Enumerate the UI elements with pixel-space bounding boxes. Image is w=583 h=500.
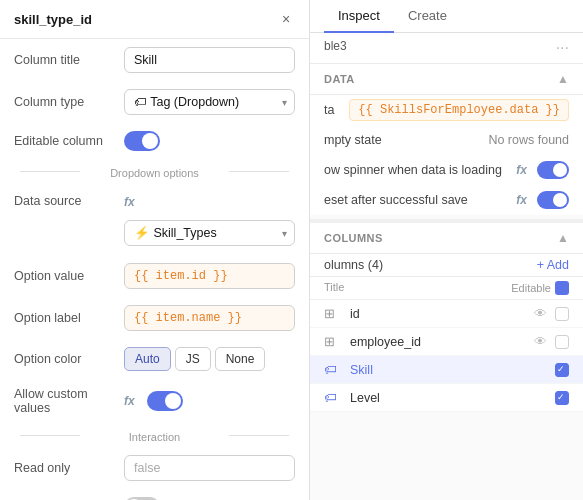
read-only-input[interactable]: [124, 455, 295, 481]
option-color-control: Auto JS None: [124, 347, 295, 371]
col-name-employee: employee_id: [350, 335, 509, 349]
data-section-header: DATA ▲: [310, 64, 583, 95]
dropdown-options-divider: Dropdown options: [0, 159, 309, 183]
data-value-row: ta {{ SkillsForEmployee.data }}: [310, 95, 583, 125]
right-panel: Inspect Create ble3 ··· DATA ▲ ta {{ Ski…: [310, 0, 583, 500]
option-value-input[interactable]: [124, 263, 295, 289]
allow-custom-fx-icon[interactable]: fx: [124, 394, 135, 408]
option-color-js-button[interactable]: JS: [175, 347, 211, 371]
checkbox-level[interactable]: [555, 391, 569, 405]
editable-column-control: [124, 131, 295, 151]
columns-section-title: COLUMNS: [324, 232, 383, 244]
table-row[interactable]: 🏷 Level: [310, 384, 583, 412]
table-row[interactable]: 🏷 Skill: [310, 356, 583, 384]
tab-create[interactable]: Create: [394, 0, 461, 33]
allow-custom-control: fx: [124, 391, 295, 411]
reset-after-fx-icon[interactable]: fx: [516, 193, 527, 207]
empty-state-label: mpty state: [324, 133, 488, 147]
panel-header: skill_type_id ×: [0, 0, 309, 39]
show-spinner-control: fx: [516, 161, 569, 179]
option-color-none-button[interactable]: None: [215, 347, 266, 371]
show-spinner-toggle[interactable]: [537, 161, 569, 179]
read-only-row: Read only: [0, 447, 309, 489]
grid-icon-id: ⊞: [324, 306, 344, 321]
reset-after-row: eset after successful save fx: [310, 185, 583, 215]
column-title-input[interactable]: [124, 47, 295, 73]
data-section-collapse-icon[interactable]: ▲: [557, 72, 569, 86]
columns-count-label: olumns (4): [324, 258, 383, 272]
left-panel: skill_type_id × Column title Column type…: [0, 0, 310, 500]
option-label-control: [124, 305, 295, 331]
checkbox-employee[interactable]: [555, 335, 569, 349]
option-value-row: Option value: [0, 255, 309, 297]
close-button[interactable]: ×: [277, 10, 295, 28]
panel-title: skill_type_id: [14, 12, 92, 27]
col-actions-skill: [509, 363, 569, 377]
header-checkbox[interactable]: [555, 281, 569, 295]
checkbox-id[interactable]: [555, 307, 569, 321]
col-actions-level: [509, 391, 569, 405]
column-type-label: Column type: [14, 95, 124, 109]
columns-count-row: olumns (4) + Add: [310, 254, 583, 277]
show-spinner-row: ow spinner when data is loading fx: [310, 155, 583, 185]
column-type-select[interactable]: 🏷 Tag (Dropdown): [124, 89, 295, 115]
eye-icon-employee[interactable]: 👁: [534, 334, 547, 349]
col-editable-header: Editable: [509, 281, 569, 295]
data-source-label: Data source: [14, 194, 124, 208]
eye-icon-id[interactable]: 👁: [534, 306, 547, 321]
reset-after-control: fx: [516, 191, 569, 209]
data-value-label: ta: [324, 103, 349, 117]
option-color-auto-button[interactable]: Auto: [124, 347, 171, 371]
table-row[interactable]: ⊞ employee_id 👁: [310, 328, 583, 356]
column-title-row: Column title: [0, 39, 309, 81]
data-source-select[interactable]: ⚡ Skill_Types: [124, 220, 295, 246]
option-value-control: [124, 263, 295, 289]
read-only-label: Read only: [14, 461, 124, 475]
col-actions-id: 👁: [509, 306, 569, 321]
option-label-row: Option label: [0, 297, 309, 339]
data-value: {{ SkillsForEmployee.data }}: [349, 99, 569, 121]
option-value-label: Option value: [14, 269, 124, 283]
tabs-bar: Inspect Create: [310, 0, 583, 33]
reset-after-label: eset after successful save: [324, 193, 516, 207]
columns-section-header: COLUMNS ▲: [310, 223, 583, 254]
component-title-bar: ble3 ···: [310, 33, 583, 64]
show-spinner-fx-icon[interactable]: fx: [516, 163, 527, 177]
col-editable-label: Editable: [511, 282, 551, 294]
columns-table-header: Title Editable: [310, 277, 583, 300]
col-title-header: Title: [324, 281, 509, 295]
col-actions-employee: 👁: [509, 334, 569, 349]
allow-custom-label: Allow custom values: [14, 387, 124, 415]
data-source-select-row: ⚡ Skill_Types ▾: [0, 219, 309, 255]
columns-section-collapse-icon[interactable]: ▲: [557, 231, 569, 245]
component-options-icon[interactable]: ···: [556, 39, 569, 57]
component-title: ble3: [324, 39, 347, 53]
tab-inspect[interactable]: Inspect: [324, 0, 394, 33]
tag-icon-level: 🏷: [324, 390, 344, 405]
col-name-skill: Skill: [350, 363, 509, 377]
checkbox-skill[interactable]: [555, 363, 569, 377]
option-label-input[interactable]: [124, 305, 295, 331]
allow-custom-toggle[interactable]: [147, 391, 183, 411]
column-title-label: Column title: [14, 53, 124, 67]
column-title-control: [124, 47, 295, 73]
reset-after-toggle[interactable]: [537, 191, 569, 209]
data-source-fx-icon[interactable]: fx: [124, 195, 135, 209]
option-label-label: Option label: [14, 311, 124, 325]
data-section-title: DATA: [324, 73, 355, 85]
column-type-row: Column type 🏷 Tag (Dropdown) ▾: [0, 81, 309, 123]
add-column-button[interactable]: + Add: [537, 258, 569, 272]
editable-column-row: Editable column: [0, 123, 309, 159]
tag-icon-skill: 🏷: [324, 362, 344, 377]
table-row[interactable]: ⊞ id 👁: [310, 300, 583, 328]
column-type-control: 🏷 Tag (Dropdown) ▾: [124, 89, 295, 115]
columns-section: COLUMNS ▲ olumns (4) + Add Title Editabl…: [310, 223, 583, 412]
col-name-id: id: [350, 307, 509, 321]
data-section: DATA ▲ ta {{ SkillsForEmployee.data }} m…: [310, 64, 583, 215]
empty-state-value: No rows found: [488, 133, 569, 147]
editable-column-toggle[interactable]: [124, 131, 160, 151]
interaction-divider: Interaction: [0, 423, 309, 447]
data-source-select-wrapper: ⚡ Skill_Types ▾: [124, 220, 295, 246]
allow-custom-row: Allow custom values fx: [0, 379, 309, 423]
empty-state-row: mpty state No rows found: [310, 125, 583, 155]
